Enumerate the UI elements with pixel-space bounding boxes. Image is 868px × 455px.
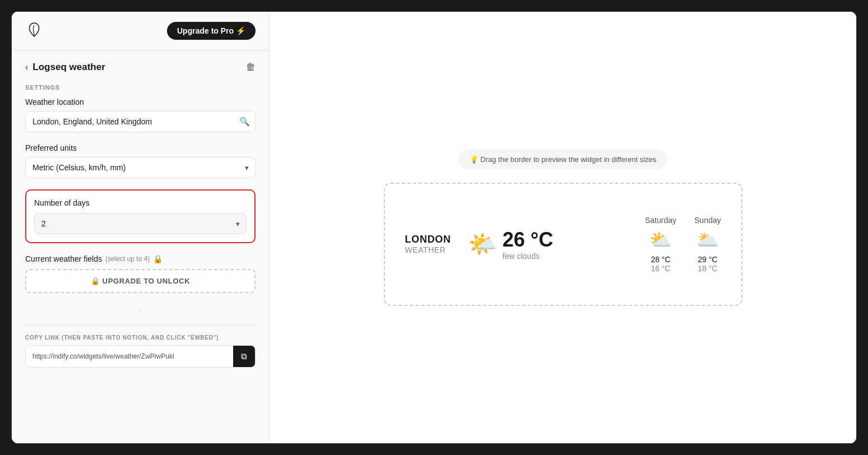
copy-link-input[interactable]: [26, 347, 233, 366]
forecast-low-1: 18 °C: [698, 264, 717, 273]
settings-section-label: SETTINGS: [25, 84, 256, 91]
current-weather-fields-group: Current weather fields (select up to 4) …: [25, 254, 256, 293]
panel-content: ‹ Logseq weather 🗑 SETTINGS Weather loca…: [12, 50, 269, 443]
weather-location-input[interactable]: [25, 111, 256, 132]
forecast-temps-0: 28 °C 16 °C: [651, 255, 670, 273]
forecast-day-name-1: Sunday: [694, 216, 721, 225]
number-of-days-select-wrapper: 1 2 3 4 5 ▾: [34, 213, 247, 234]
weather-location-input-wrapper: 🔍: [25, 111, 256, 132]
lock-icon: 🔒: [153, 254, 163, 263]
top-bar: Upgrade to Pro ⚡: [12, 12, 269, 50]
forecast-day-saturday: Saturday ⛅ 28 °C 16 °C: [645, 216, 676, 273]
back-button[interactable]: ‹ Logseq weather: [25, 62, 105, 73]
back-arrow-icon: ‹: [25, 62, 28, 72]
number-of-days-section: Number of days 1 2 3 4 5 ▾: [25, 189, 256, 243]
app-window: Upgrade to Pro ⚡ ‹ Logseq weather 🗑 SETT…: [11, 11, 857, 444]
delete-button[interactable]: 🗑: [246, 62, 256, 73]
forecast-temps-1: 29 °C 18 °C: [698, 255, 717, 273]
back-header: ‹ Logseq weather 🗑: [25, 50, 256, 82]
preferred-units-group: Preferred units Metric (Celsius, km/h, m…: [25, 143, 256, 178]
preferred-units-select[interactable]: Metric (Celsius, km/h, mm) Imperial (Fah…: [25, 157, 256, 178]
forecast-days: Saturday ⛅ 28 °C 16 °C Sunday 🌥️ 29 °C 1…: [645, 216, 721, 273]
logo: [25, 21, 43, 41]
left-panel: Upgrade to Pro ⚡ ‹ Logseq weather 🗑 SETT…: [12, 12, 270, 443]
hint-text: 💡 Drag the border to preview the widget …: [470, 155, 657, 164]
dot-separator: ·: [25, 304, 256, 316]
forecast-icon-1: 🌥️: [697, 229, 719, 250]
weather-main-block: 🌤️ 26 °C few clouds: [468, 228, 628, 261]
weather-sub: WEATHER: [405, 245, 451, 254]
weather-temp: 26 °C: [503, 228, 553, 252]
copy-button[interactable]: ⧉: [233, 346, 255, 367]
forecast-day-sunday: Sunday 🌥️ 29 °C 18 °C: [694, 216, 721, 273]
current-weather-sublabel: (select up to 4): [105, 255, 150, 263]
forecast-day-name-0: Saturday: [645, 216, 676, 225]
page-title: Logseq weather: [33, 62, 105, 73]
widget-preview: LONDON WEATHER 🌤️ 26 °C few clouds Satur…: [384, 183, 742, 306]
search-icon-button[interactable]: 🔍: [239, 117, 250, 127]
upgrade-unlock-button[interactable]: 🔒 UPGRADE TO UNLOCK: [25, 269, 256, 293]
number-of-days-label: Number of days: [34, 198, 247, 207]
current-weather-label: Current weather fields (select up to 4) …: [25, 254, 256, 263]
copy-link-row: ⧉: [25, 345, 256, 368]
weather-main-icon: 🌤️: [468, 230, 497, 258]
preferred-units-select-wrapper: Metric (Celsius, km/h, mm) Imperial (Fah…: [25, 157, 256, 178]
forecast-icon-0: ⛅: [649, 229, 672, 250]
upgrade-pro-button[interactable]: Upgrade to Pro ⚡: [167, 22, 256, 40]
copy-link-section: COPY LINK (THEN PASTE INTO NOTION, AND C…: [25, 335, 256, 368]
forecast-high-1: 29 °C: [698, 255, 717, 264]
copy-link-label: COPY LINK (THEN PASTE INTO NOTION, AND C…: [25, 335, 256, 341]
weather-city: LONDON: [405, 234, 451, 245]
weather-location-group: Weather location 🔍: [25, 97, 256, 132]
weather-temp-block: 26 °C few clouds: [503, 228, 553, 261]
number-of-days-select[interactable]: 1 2 3 4 5: [34, 213, 247, 234]
forecast-high-0: 28 °C: [651, 255, 670, 264]
preferred-units-label: Preferred units: [25, 143, 256, 152]
right-panel: 💡 Drag the border to preview the widget …: [270, 12, 856, 443]
divider: [25, 325, 256, 326]
forecast-low-0: 16 °C: [651, 264, 670, 273]
weather-location-block: LONDON WEATHER: [405, 234, 451, 254]
preview-hint: 💡 Drag the border to preview the widget …: [458, 150, 668, 169]
weather-desc: few clouds: [503, 252, 553, 261]
weather-location-label: Weather location: [25, 97, 256, 106]
